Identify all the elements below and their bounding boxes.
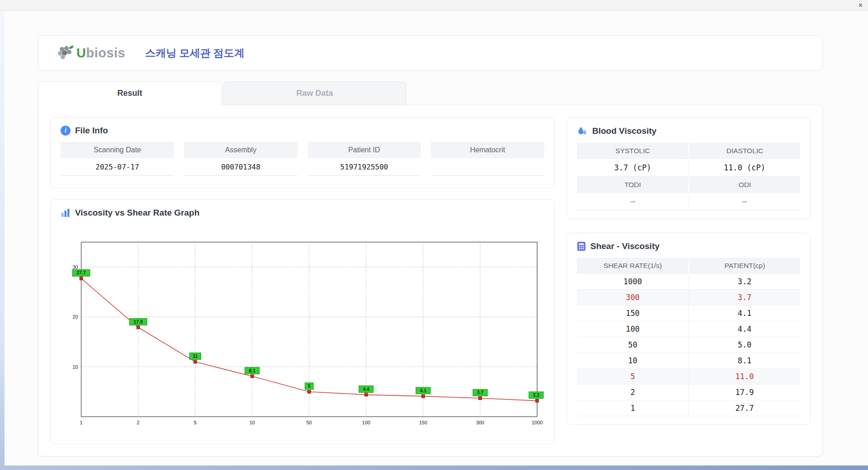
- svg-text:2: 2: [137, 420, 140, 425]
- svg-text:4.1: 4.1: [420, 388, 427, 393]
- shear-rate-value: 150: [577, 306, 689, 321]
- field-hematocrit: Hematocrit: [431, 142, 544, 176]
- shear-table-row: 1504.1: [577, 306, 800, 321]
- svg-text:1000: 1000: [532, 420, 542, 425]
- blood-viscosity-card: Blood Viscosity SYSTOLIC DIASTOLIC 3.7 (…: [566, 117, 811, 219]
- patient-viscosity-value: 4.4: [689, 321, 800, 337]
- shear-rate-value: 1000: [577, 274, 689, 289]
- svg-text:10: 10: [250, 420, 255, 425]
- todi-value: –: [577, 193, 689, 211]
- svg-text:17.9: 17.9: [134, 320, 143, 324]
- svg-text:5: 5: [308, 384, 311, 389]
- tab-raw-data[interactable]: Raw Data: [223, 81, 406, 105]
- field-scanning-date: Scanning Date 2025-07-17: [61, 142, 174, 176]
- file-info-title-row: i File Info: [61, 126, 544, 136]
- patient-viscosity-value: 11.0: [689, 369, 800, 384]
- svg-text:4.4: 4.4: [363, 387, 370, 392]
- svg-text:11: 11: [193, 354, 198, 359]
- field-value: 51971925500: [307, 158, 421, 176]
- graph-title-row: Viscosity vs Shear Rate Graph: [61, 208, 544, 218]
- field-value: [431, 158, 544, 176]
- shear-rate-value: 5: [577, 369, 689, 384]
- patient-column-header: PATIENT(cp): [689, 258, 800, 274]
- shear-table-body: 10003.23003.71504.11004.4505.0108.1511.0…: [577, 274, 800, 416]
- shear-viscosity-card: Shear - Viscosity SHEAR RATE(1/s) PATIEN…: [566, 233, 811, 425]
- bar-chart-icon: [61, 208, 71, 218]
- svg-text:20: 20: [73, 314, 78, 320]
- graph-title: Viscosity vs Shear Rate Graph: [75, 208, 199, 218]
- svg-text:8.1: 8.1: [249, 368, 256, 373]
- svg-text:150: 150: [419, 420, 427, 425]
- svg-text:10: 10: [73, 364, 78, 370]
- ubiosis-logo: Ubiosis: [56, 44, 125, 61]
- field-value: 2025-07-17: [61, 158, 174, 176]
- field-assembly: Assembly 000701348: [184, 142, 297, 176]
- logo-grapes-icon: [56, 44, 75, 61]
- blood-viscosity-grid: SYSTOLIC DIASTOLIC 3.7 (cP) 11.0 (cP) TO…: [577, 143, 800, 211]
- shear-rate-column-header: SHEAR RATE(1/s): [577, 258, 689, 274]
- tab-bar: Result Raw Data: [38, 81, 823, 105]
- shear-table-row: 1004.4: [577, 321, 800, 337]
- shear-table-row: 511.0: [577, 369, 800, 385]
- chart-area: 1020301251050100150300100027.717.9118.15…: [61, 224, 544, 436]
- shear-table-row: 3003.7: [577, 290, 800, 306]
- viscosity-graph-card: Viscosity vs Shear Rate Graph 1020301251…: [50, 199, 555, 444]
- shear-table-row: 10003.2: [577, 274, 800, 290]
- patient-viscosity-value: 17.9: [689, 385, 800, 400]
- shear-rate-value: 10: [577, 353, 689, 368]
- info-icon: i: [61, 126, 71, 136]
- field-patient-id: Patient ID 51971925500: [307, 142, 421, 176]
- header-card: Ubiosis 스캐닝 모세관 점도계: [38, 35, 823, 70]
- svg-text:100: 100: [362, 420, 370, 425]
- shear-viscosity-title: Shear - Viscosity: [590, 241, 660, 251]
- page-title: 스캐닝 모세관 점도계: [145, 46, 245, 60]
- field-value: 000701348: [184, 158, 297, 176]
- shear-table-row: 217.9: [577, 385, 800, 400]
- left-column: i File Info Scanning Date 2025-07-17 Ass…: [50, 117, 555, 444]
- shear-rate-value: 2: [577, 385, 689, 400]
- field-label: Assembly: [184, 142, 297, 158]
- blood-viscosity-title-row: Blood Viscosity: [577, 126, 800, 136]
- diastolic-value: 11.0 (cP): [689, 159, 800, 177]
- file-info-fields: Scanning Date 2025-07-17 Assembly 000701…: [61, 142, 544, 176]
- shear-rate-value: 50: [577, 337, 689, 352]
- file-info-card: i File Info Scanning Date 2025-07-17 Ass…: [50, 117, 555, 188]
- odi-label: ODI: [689, 177, 800, 193]
- shear-rate-value: 300: [577, 290, 689, 305]
- field-label: Patient ID: [307, 142, 421, 158]
- page: Ubiosis 스캐닝 모세관 점도계 Result Raw Data i Fi…: [5, 11, 868, 465]
- field-label: Hematocrit: [431, 142, 544, 158]
- shear-viscosity-title-row: Shear - Viscosity: [577, 241, 800, 251]
- shear-rate-value: 1: [577, 400, 689, 416]
- svg-text:3.7: 3.7: [477, 390, 484, 395]
- systolic-value: 3.7 (cP): [577, 159, 689, 177]
- right-column: Blood Viscosity SYSTOLIC DIASTOLIC 3.7 (…: [566, 117, 811, 444]
- tab-result[interactable]: Result: [38, 81, 222, 105]
- shear-table-row: 505.0: [577, 337, 800, 353]
- field-label: Scanning Date: [61, 142, 174, 158]
- patient-viscosity-value: 3.2: [689, 274, 800, 289]
- patient-viscosity-value: 5.0: [689, 337, 800, 352]
- svg-text:3.2: 3.2: [533, 393, 540, 398]
- svg-text:5: 5: [194, 420, 197, 425]
- svg-text:300: 300: [476, 420, 484, 425]
- shear-table-header: SHEAR RATE(1/s) PATIENT(cp): [577, 258, 800, 274]
- shear-table-row: 127.7: [577, 400, 800, 416]
- close-icon[interactable]: ×: [859, 2, 863, 9]
- file-info-title: File Info: [75, 126, 108, 136]
- patient-viscosity-value: 4.1: [689, 306, 800, 321]
- result-panel: i File Info Scanning Date 2025-07-17 Ass…: [38, 105, 823, 456]
- titlebar: ×: [0, 0, 868, 11]
- shear-table-row: 108.1: [577, 353, 800, 369]
- svg-text:30: 30: [73, 264, 78, 270]
- calculator-icon: [577, 241, 586, 251]
- systolic-label: SYSTOLIC: [577, 143, 689, 159]
- patient-viscosity-value: 3.7: [689, 290, 800, 305]
- logo-text-rest: biosis: [86, 46, 125, 60]
- odi-value: –: [689, 193, 800, 211]
- svg-text:1: 1: [80, 420, 83, 425]
- patient-viscosity-value: 27.7: [689, 400, 800, 416]
- svg-text:27.7: 27.7: [76, 271, 85, 276]
- todi-label: TODI: [577, 177, 689, 193]
- app-window: Ubiosis 스캐닝 모세관 점도계 Result Raw Data i Fi…: [5, 11, 868, 465]
